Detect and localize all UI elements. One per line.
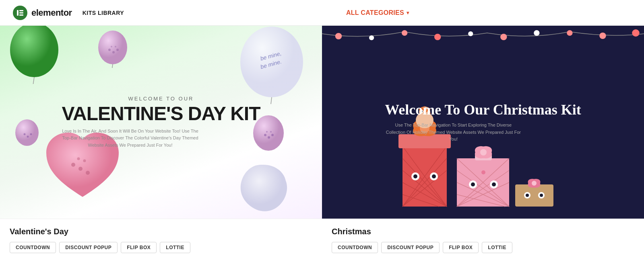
svg-point-11 [115,46,116,47]
svg-point-39 [567,30,572,36]
green-balloon [8,26,60,86]
brand-name: elementor [31,8,72,18]
tag-lottie-valentine[interactable]: LOTTIE [160,242,190,253]
svg-point-24 [271,134,274,136]
svg-point-87 [532,181,537,186]
svg-point-25 [266,131,268,133]
svg-rect-0 [17,10,19,16]
valentine-kit-name: Valentine's Day [10,227,312,236]
all-categories-button[interactable]: ALL CATEGORIES ▾ [346,9,409,16]
cards-grid: be mine, be mine. [0,26,644,261]
tag-discount-popup-christmas[interactable]: DISCOUNT POPUP [381,242,440,253]
valentines-card-image[interactable]: be mine, be mine. [0,26,322,219]
main-content: be mine, be mine. [0,26,644,261]
all-categories-label: ALL CATEGORIES [346,9,404,16]
christmas-kit-name: Christmas [332,227,634,236]
valentine-kit-subtitle: Love Is In The Air, And Soon It Will Be … [62,128,199,149]
elementor-logo-icon [13,6,27,20]
tag-flip-box-valentine[interactable]: FLIP BOX [121,242,157,253]
welcome-to-our-text: WELCOME TO OUR [62,96,260,102]
svg-point-23 [268,136,270,139]
christmas-kit-info: Christmas COUNTDOWN DISCOUNT POPUP FLIP … [322,219,644,261]
svg-point-6 [98,31,127,64]
svg-rect-3 [19,14,23,16]
tag-countdown-valentine[interactable]: COUNTDOWN [10,242,56,253]
svg-point-54 [432,174,436,178]
svg-point-17 [15,119,39,146]
svg-point-78 [492,182,496,186]
christmas-lights [322,26,644,58]
svg-line-5 [33,77,34,84]
chevron-down-icon: ▾ [407,10,409,16]
svg-point-4 [10,26,58,77]
small-pink-balloon-left [14,118,40,151]
svg-point-30 [77,158,80,160]
christmas-background: Welcome To Our Christmas Kit Use The Top… [322,26,644,219]
tag-flip-box-christmas[interactable]: FLIP BOX [443,242,479,253]
svg-point-40 [599,33,606,39]
valentine-kit-title: VALENTINE'S DAY KIT [62,103,260,125]
svg-point-35 [434,34,441,40]
svg-point-37 [500,34,507,40]
svg-point-8 [112,51,115,53]
svg-point-36 [468,31,473,36]
logo-area: elementor KITS LIBRARY [13,6,124,20]
svg-rect-80 [515,184,553,207]
svg-point-82 [526,194,529,197]
svg-point-7 [108,49,111,51]
svg-point-41 [632,29,639,37]
christmas-text-area: Welcome To Our Christmas Kit Use The Top… [369,101,597,143]
valentine-title-area: WELCOME TO OUR VALENTINE'S DAY KIT Love … [62,96,260,149]
svg-point-26 [270,131,272,133]
svg-point-19 [27,136,29,138]
svg-point-38 [534,30,539,36]
svg-point-27 [71,163,75,167]
valentine-kit-tags: COUNTDOWN DISCOUNT POPUP FLIP BOX LOTTIE [10,242,312,253]
christmas-kit-tags: COUNTDOWN DISCOUNT POPUP FLIP BOX LOTTIE [332,242,634,253]
svg-point-76 [471,182,475,186]
tag-countdown-christmas[interactable]: COUNTDOWN [332,242,378,253]
svg-point-20 [30,133,32,135]
svg-point-33 [369,35,374,40]
svg-point-34 [402,30,407,36]
valentines-card: be mine, be mine. [0,26,322,261]
svg-point-22 [264,134,266,136]
svg-point-31 [83,160,86,162]
svg-point-74 [480,149,487,156]
svg-point-9 [116,49,119,51]
svg-point-79 [481,170,485,174]
valentine-kit-info: Valentine's Day COUNTDOWN DISCOUNT POPUP… [0,219,322,261]
header: elementor KITS LIBRARY ALL CATEGORIES ▾ [0,0,644,26]
white-balloon-top: be mine, be mine. [237,26,306,106]
svg-point-18 [24,133,26,135]
header-center: ALL CATEGORIES ▾ [124,9,631,16]
svg-rect-2 [19,12,23,13]
svg-rect-1 [19,10,23,11]
svg-point-32 [335,33,342,39]
christmas-kit-title: Welcome To Our Christmas Kit [385,101,581,119]
pink-balloon-top [97,30,129,70]
christmas-card-image[interactable]: Welcome To Our Christmas Kit Use The Top… [322,26,644,219]
svg-point-29 [86,171,90,175]
christmas-card: Welcome To Our Christmas Kit Use The Top… [322,26,644,261]
tag-discount-popup-valentine[interactable]: DISCOUNT POPUP [59,242,118,253]
svg-line-12 [112,64,113,68]
christmas-kit-subtitle: Use The Top-Bar Navigation To Start Expl… [385,122,522,143]
svg-line-16 [271,97,272,104]
valentine-background: be mine, be mine. [0,26,322,219]
svg-point-52 [413,174,417,178]
kits-library-label: KITS LIBRARY [83,10,124,16]
svg-point-28 [78,167,83,171]
tag-lottie-christmas[interactable]: LOTTIE [482,242,512,253]
star-balloon [237,161,290,215]
svg-point-84 [540,194,543,197]
svg-point-10 [111,46,112,47]
